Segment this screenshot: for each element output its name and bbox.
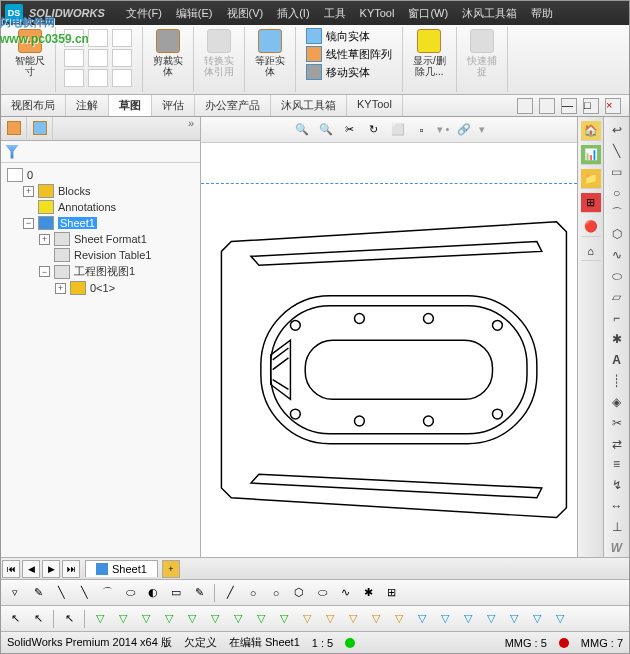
convert-button[interactable]: 转换实 体引用 xyxy=(200,27,238,79)
filter-6[interactable]: ▽ xyxy=(205,609,225,629)
ellipse-icon[interactable]: ⬭ xyxy=(607,267,627,285)
drawing-viewport[interactable] xyxy=(201,143,577,557)
tree-sheet1[interactable]: −Sheet1 xyxy=(5,215,196,231)
menu-tools[interactable]: 工具 xyxy=(324,6,346,21)
spline-icon[interactable]: ∿ xyxy=(607,246,627,264)
tool-11[interactable]: ○ xyxy=(243,583,263,603)
tree-sheet-format[interactable]: +Sheet Format1 xyxy=(5,231,196,247)
zoom-in-icon[interactable]: 🔍 xyxy=(293,121,311,139)
tool-13[interactable]: ⬡ xyxy=(289,583,309,603)
menu-insert[interactable]: 插入(I) xyxy=(277,6,309,21)
tree-revision-table[interactable]: Revision Table1 xyxy=(5,247,196,263)
tree-blocks[interactable]: +Blocks xyxy=(5,183,196,199)
filter-icon[interactable] xyxy=(5,145,19,159)
arc-tool[interactable] xyxy=(112,29,132,47)
point-tool[interactable] xyxy=(88,69,108,87)
tool-3[interactable]: ╲ xyxy=(51,583,71,603)
filter-14[interactable]: ▽ xyxy=(389,609,409,629)
tool-12[interactable]: ○ xyxy=(266,583,286,603)
mirror-button[interactable]: 镜向实体 xyxy=(302,27,374,45)
first-sheet[interactable]: ⏮ xyxy=(2,560,20,578)
rotate-icon[interactable]: ↻ xyxy=(365,121,383,139)
text-icon[interactable]: A xyxy=(607,351,627,369)
polygon-tool[interactable] xyxy=(64,69,84,87)
linear-pattern-button[interactable]: 线性草图阵列 xyxy=(302,45,396,63)
filter-19[interactable]: ▽ xyxy=(504,609,524,629)
line-icon[interactable]: ╲ xyxy=(607,142,627,160)
relation-icon[interactable]: ⊥ xyxy=(607,518,627,536)
next-sheet[interactable]: ▶ xyxy=(42,560,60,578)
filter-18[interactable]: ▽ xyxy=(481,609,501,629)
spline-tool[interactable] xyxy=(112,49,132,67)
expand-icon[interactable]: + xyxy=(23,186,34,197)
filter-11[interactable]: ▽ xyxy=(320,609,340,629)
dimension-tool-icon[interactable]: ↔ xyxy=(607,497,627,515)
cascade-icon[interactable] xyxy=(539,98,555,114)
tool-16[interactable]: ✱ xyxy=(358,583,378,603)
filter-3[interactable]: ▽ xyxy=(136,609,156,629)
property-tab[interactable] xyxy=(27,117,53,139)
tool-9[interactable]: ✎ xyxy=(189,583,209,603)
polygon-icon[interactable]: ⬡ xyxy=(607,226,627,244)
tile-icon[interactable] xyxy=(517,98,533,114)
tree-part[interactable]: +0<1> xyxy=(5,280,196,296)
circle-tool[interactable] xyxy=(88,29,108,47)
tool-1[interactable]: ▿ xyxy=(5,583,25,603)
menu-help[interactable]: 帮助 xyxy=(531,6,553,21)
select-3[interactable]: ↖ xyxy=(59,609,79,629)
maximize-icon[interactable]: □ xyxy=(583,98,599,114)
quick-snap-button[interactable]: 快速捕 捉 xyxy=(463,27,501,79)
library-icon[interactable]: 📊 xyxy=(581,145,601,165)
slot-icon[interactable]: ▱ xyxy=(607,288,627,306)
tree-drawing-view[interactable]: −工程图视图1 xyxy=(5,263,196,280)
tab-kytool[interactable]: KYTool xyxy=(347,95,403,116)
plane-icon[interactable]: ◈ xyxy=(607,393,627,411)
select-2[interactable]: ↖ xyxy=(28,609,48,629)
move-button[interactable]: 移动实体 xyxy=(302,63,374,81)
tab-mufeng[interactable]: 沐风工具箱 xyxy=(271,95,347,116)
last-sheet[interactable]: ⏭ xyxy=(62,560,80,578)
tab-evaluate[interactable]: 评估 xyxy=(152,95,195,116)
property-icon[interactable]: ⌂ xyxy=(581,241,601,261)
tab-view-layout[interactable]: 视图布局 xyxy=(1,95,66,116)
text-tool[interactable] xyxy=(112,69,132,87)
settings-icon[interactable]: 🔗 xyxy=(455,121,473,139)
folder-icon[interactable]: 📁 xyxy=(581,169,601,189)
filter-10[interactable]: ▽ xyxy=(297,609,317,629)
tool-10[interactable]: ╱ xyxy=(220,583,240,603)
smart-dimension-button[interactable]: 智能尺 寸 xyxy=(11,27,49,79)
view-palette-icon[interactable]: ⊞ xyxy=(581,193,601,213)
sidebar-collapse[interactable]: » xyxy=(182,117,200,140)
menu-window[interactable]: 窗口(W) xyxy=(408,6,448,21)
tab-sketch[interactable]: 草图 xyxy=(109,95,152,116)
tool-15[interactable]: ∿ xyxy=(335,583,355,603)
menu-view[interactable]: 视图(V) xyxy=(227,6,264,21)
tool-2[interactable]: ✎ xyxy=(28,583,48,603)
prev-sheet[interactable]: ◀ xyxy=(22,560,40,578)
filter-7[interactable]: ▽ xyxy=(228,609,248,629)
tool-6[interactable]: ⬭ xyxy=(120,583,140,603)
collapse-icon[interactable]: − xyxy=(23,218,34,229)
expand-icon[interactable]: + xyxy=(39,234,50,245)
slot-tool[interactable] xyxy=(88,49,108,67)
line-tool[interactable] xyxy=(64,29,84,47)
filter-21[interactable]: ▽ xyxy=(550,609,570,629)
centerline-icon[interactable]: ┊ xyxy=(607,372,627,390)
select-1[interactable]: ↖ xyxy=(5,609,25,629)
filter-5[interactable]: ▽ xyxy=(182,609,202,629)
display-delete-button[interactable]: 显示/删 除几... xyxy=(409,27,450,79)
filter-20[interactable]: ▽ xyxy=(527,609,547,629)
filter-9[interactable]: ▽ xyxy=(274,609,294,629)
w-icon[interactable]: W xyxy=(607,539,627,557)
zoom-out-icon[interactable]: 🔍 xyxy=(317,121,335,139)
appearance-icon[interactable]: 🔴 xyxy=(581,217,601,237)
tab-annotation[interactable]: 注解 xyxy=(66,95,109,116)
offset-button[interactable]: 等距实 体 xyxy=(251,27,289,79)
circle-icon[interactable]: ○ xyxy=(607,184,627,202)
sketch-exit[interactable]: ↩ xyxy=(607,121,627,139)
point-icon[interactable]: ✱ xyxy=(607,330,627,348)
tool-5[interactable]: ⌒ xyxy=(97,583,117,603)
tool-7[interactable]: ◐ xyxy=(143,583,163,603)
filter-16[interactable]: ▽ xyxy=(435,609,455,629)
filter-2[interactable]: ▽ xyxy=(113,609,133,629)
